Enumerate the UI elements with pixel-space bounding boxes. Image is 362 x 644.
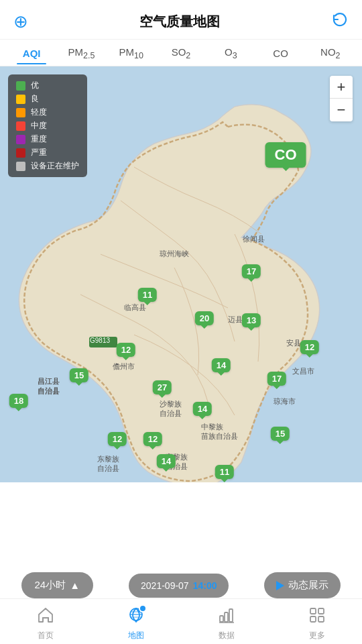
- legend-item-liang: 良: [16, 93, 79, 105]
- tab-no2[interactable]: NO2: [306, 40, 355, 66]
- legend-item-you: 优: [16, 80, 79, 91]
- legend-label-liang: 良: [31, 93, 39, 105]
- nav-label-map: 地图: [128, 630, 144, 641]
- tab-pm10[interactable]: PM10: [107, 40, 156, 66]
- time-period-label: 24小时: [35, 579, 66, 592]
- chart-icon: [218, 606, 235, 628]
- marker-17-east: 17: [267, 372, 286, 386]
- play-icon: [276, 581, 284, 590]
- legend-label-zhongdu: 中度: [31, 120, 47, 131]
- svg-rect-6: [225, 612, 228, 622]
- marker-12-danzhou: 12: [117, 343, 135, 357]
- legend-dot-you: [16, 81, 25, 91]
- nav-label-home: 首页: [38, 630, 54, 641]
- svg-rect-1: [89, 337, 117, 347]
- marker-14-center: 14: [193, 402, 212, 416]
- legend-item-zhongdu2: 重度: [16, 133, 79, 145]
- map-icon: 人: [127, 606, 145, 628]
- marker-15-changjiang: 15: [70, 368, 88, 382]
- marker-13: 13: [242, 313, 261, 327]
- legend-dot-yanzhong: [16, 148, 25, 158]
- legend-dot-qingdu: [16, 108, 25, 117]
- marker-20: 20: [195, 311, 214, 325]
- legend-label-you: 优: [31, 80, 39, 91]
- legend-item-yanzhong: 严重: [16, 147, 79, 158]
- tabs-bar: AQI PM2.5 PM10 SO2 O3 CO NO2: [0, 40, 362, 66]
- add-icon[interactable]: ⊕: [13, 11, 28, 32]
- time-period-button[interactable]: 24小时 ▲: [21, 572, 94, 598]
- nav-label-data: 数据: [219, 630, 235, 641]
- legend-item-qingdu: 轻度: [16, 107, 79, 118]
- svg-text:人: 人: [138, 609, 143, 613]
- svg-rect-5: [220, 616, 223, 622]
- nav-item-home[interactable]: 首页: [0, 602, 90, 641]
- page-title: 空气质量地图: [139, 13, 220, 31]
- bottom-nav: 首页 人 地图 数据: [0, 598, 362, 644]
- tab-pm25[interactable]: PM2.5: [56, 40, 106, 66]
- zoom-controls: + −: [330, 76, 353, 121]
- nav-item-map[interactable]: 人 地图: [90, 602, 181, 641]
- svg-rect-7: [229, 609, 233, 622]
- nav-item-more[interactable]: 更多: [272, 602, 362, 641]
- marker-14-middle: 14: [212, 358, 231, 372]
- legend: 优 良 轻度 中度 重度 严重 设备正在维护: [8, 74, 87, 177]
- zoom-in-button[interactable]: +: [330, 76, 353, 99]
- grid-icon: [308, 606, 326, 628]
- marker-12-sw2: 12: [143, 432, 162, 446]
- svg-rect-8: [310, 608, 316, 614]
- marker-12-wenchang: 12: [300, 340, 319, 354]
- marker-11-lingao: 11: [138, 288, 157, 302]
- tab-aqi[interactable]: AQI: [7, 41, 56, 64]
- marker-co-special: CO: [265, 142, 306, 168]
- header: ⊕ 空气质量地图: [0, 0, 362, 40]
- time-period-icon: ▲: [70, 580, 80, 591]
- date-time-button[interactable]: 2021-09-07 14:00: [129, 574, 229, 598]
- marker-11-south: 11: [215, 465, 234, 479]
- legend-item-zhongdu: 中度: [16, 120, 79, 131]
- date-label: 2021-09-07: [141, 580, 189, 591]
- legend-label-maintenance: 设备正在维护: [31, 160, 79, 172]
- tab-co[interactable]: CO: [255, 41, 305, 64]
- marker-27: 27: [153, 380, 172, 394]
- marker-12-sw1: 12: [108, 432, 127, 446]
- legend-label-zhongdu2: 重度: [31, 133, 47, 145]
- nav-item-data[interactable]: 数据: [181, 602, 272, 641]
- svg-rect-9: [318, 608, 324, 614]
- legend-dot-zhongdu2: [16, 135, 25, 144]
- svg-rect-11: [318, 616, 324, 622]
- map-container[interactable]: 徐闻县 琼州海峡 临高县 G9813 儋州市 迈县 文昌市 安县 昌江县自治县 …: [0, 66, 362, 482]
- refresh-icon[interactable]: [331, 11, 349, 32]
- time-label: 14:00: [193, 580, 217, 591]
- zoom-out-button[interactable]: −: [330, 99, 353, 121]
- nav-label-more: 更多: [309, 630, 325, 641]
- legend-dot-zhongdu: [16, 121, 25, 131]
- legend-dot-liang: [16, 95, 25, 104]
- tab-o3[interactable]: O3: [206, 40, 255, 66]
- marker-17-top: 17: [242, 264, 261, 278]
- home-icon: [37, 606, 54, 628]
- marker-18: 18: [9, 394, 28, 408]
- legend-label-qingdu: 轻度: [31, 107, 47, 118]
- dynamic-label: 动态展示: [288, 579, 328, 592]
- tab-so2[interactable]: SO2: [156, 40, 206, 66]
- svg-rect-10: [310, 616, 316, 622]
- marker-15-south: 15: [271, 427, 290, 441]
- marker-14-south: 14: [157, 454, 176, 468]
- legend-label-yanzhong: 严重: [31, 147, 47, 158]
- legend-dot-maintenance: [16, 162, 25, 171]
- bottom-toolbar: 24小时 ▲ 2021-09-07 14:00 动态展示: [0, 572, 362, 598]
- dynamic-button[interactable]: 动态展示: [264, 572, 341, 598]
- legend-item-maintenance: 设备正在维护: [16, 160, 79, 172]
